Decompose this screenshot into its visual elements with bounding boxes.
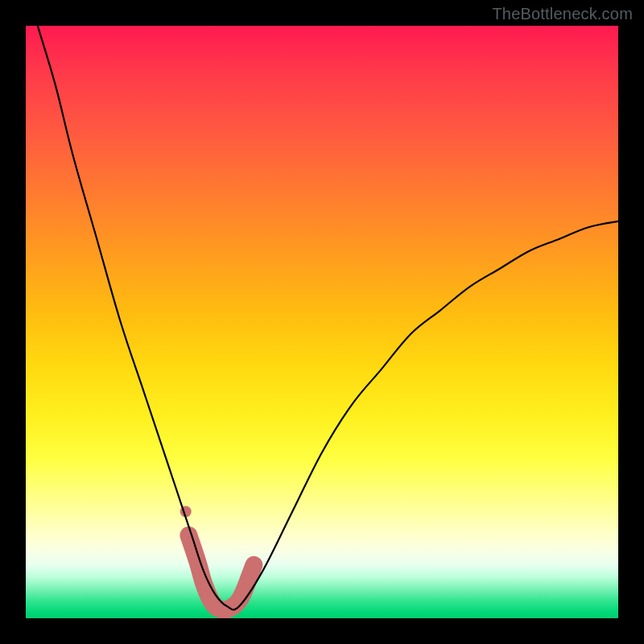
chart-frame: TheBottleneck.com [0, 0, 644, 644]
watermark-text: TheBottleneck.com [492, 5, 633, 23]
curve-layer [26, 26, 618, 618]
highlight-band [188, 535, 254, 609]
plot-area [26, 26, 618, 618]
bottleneck-curve [38, 26, 618, 609]
